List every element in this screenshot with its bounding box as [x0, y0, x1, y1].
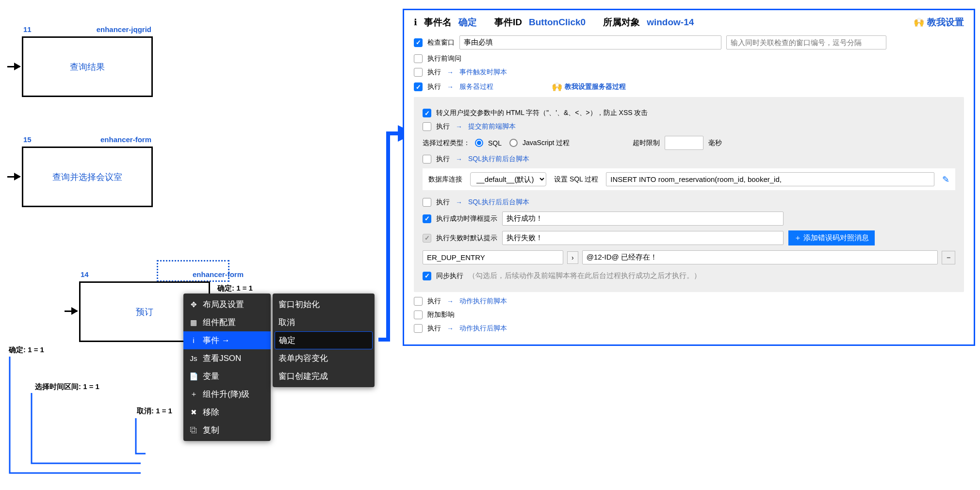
trigger-script-link[interactable]: 事件触发时脚本	[459, 68, 507, 77]
exec-prefix-1: 执行	[427, 68, 441, 77]
event-name-value: 确定	[458, 16, 477, 29]
submenu-form-change[interactable]: 表单内容变化	[273, 349, 375, 367]
fail-prompt-input[interactable]	[502, 231, 784, 245]
arrow-icon: →	[447, 297, 454, 305]
fail-prompt-checkbox[interactable]	[423, 234, 431, 243]
extra-effect-label: 附加影响	[427, 310, 455, 319]
presubmit-script-link[interactable]: 提交前前端脚本	[468, 122, 516, 131]
move-icon: ✥	[189, 300, 198, 309]
sync-exec-note: （勾选后，后续动作及前端脚本将在此后台过程执行成功之后才执行。）	[468, 271, 701, 280]
plus-icon: ＋	[189, 390, 198, 399]
person-icon: 🙌	[552, 82, 562, 92]
check-window-reason-input[interactable]	[459, 35, 721, 49]
ask-before-checkbox[interactable]	[414, 54, 423, 63]
exec-prefix-7: 执行	[427, 324, 441, 333]
post-action-script-link[interactable]: 动作执行后脚本	[459, 324, 507, 333]
arrow-icon: →	[456, 155, 462, 163]
check-window-ids-input[interactable]	[726, 35, 886, 49]
escape-html-label: 转义用户提交参数中的 HTML 字符（"、'、&、<、>），防止 XSS 攻击	[436, 109, 648, 117]
submenu-confirm[interactable]: 确定	[275, 331, 373, 349]
arrow-icon: →	[447, 68, 454, 76]
exec-prefix-2: 执行	[427, 82, 441, 91]
event-id-value: ButtonClick0	[529, 17, 586, 28]
event-name-label: 事件名	[424, 16, 452, 29]
success-prompt-checkbox[interactable]	[423, 214, 431, 223]
exec-prefix-3: 执行	[436, 122, 450, 131]
arrow-icon: →	[456, 198, 462, 206]
server-process-block: 转义用户提交参数中的 HTML 字符（"、'、&、<、>），防止 XSS 攻击 …	[414, 97, 964, 292]
edit-sql-icon[interactable]: ✎	[942, 174, 949, 185]
add-error-button[interactable]: ＋添加错误码对照消息	[788, 230, 875, 245]
success-prompt-input[interactable]	[502, 212, 784, 226]
remove-error-button[interactable]: −	[942, 251, 955, 264]
menu-component[interactable]: ▦组件配置	[183, 313, 271, 331]
teach-settings-link[interactable]: 🙌教我设置	[914, 16, 964, 29]
pre-action-checkbox[interactable]	[414, 297, 423, 306]
grid-icon: ▦	[189, 318, 198, 327]
radio-sql-label: SQL	[488, 139, 502, 147]
teach-server-link[interactable]: 🙌教我设置服务器过程	[552, 82, 626, 92]
file-icon: 📄	[189, 372, 198, 381]
menu-remove[interactable]: ✖移除	[183, 403, 271, 421]
sql-config-row: 数据库连接 __default__(默认) 设置 SQL 过程 ✎	[423, 168, 955, 190]
presubmit-checkbox[interactable]	[423, 122, 431, 131]
check-window-label: 检查窗口	[427, 38, 455, 47]
exec-trigger-checkbox[interactable]	[414, 68, 423, 77]
exec-prefix-5: 执行	[436, 198, 450, 207]
menu-level[interactable]: ＋组件升(降)级	[183, 385, 271, 403]
submenu-window-created[interactable]: 窗口创建完成	[273, 367, 375, 385]
pre-action-script-link[interactable]: 动作执行前脚本	[459, 297, 507, 306]
menu-json[interactable]: Js查看JSON	[183, 349, 271, 367]
remove-icon: ✖	[189, 408, 198, 417]
exec-prefix-4: 执行	[436, 155, 450, 163]
info-icon: ℹ	[414, 17, 417, 28]
error-code-input[interactable]	[423, 250, 563, 264]
radio-js[interactable]	[509, 139, 518, 147]
owner-label: 所属对象	[603, 16, 640, 29]
radio-sql[interactable]	[475, 139, 483, 147]
owner-value: window-14	[647, 17, 694, 28]
set-sql-label: 设置 SQL 过程	[554, 175, 598, 184]
timeout-label: 超时限制	[633, 139, 660, 147]
context-menu[interactable]: ✥布局及设置 ▦组件配置 i事件 → Js查看JSON 📄变量 ＋组件升(降)级…	[183, 294, 271, 441]
success-prompt-label: 执行成功时弹框提示	[436, 214, 497, 223]
arrow-icon: →	[447, 325, 454, 332]
post-action-checkbox[interactable]	[414, 324, 423, 333]
exec-prefix-6: 执行	[427, 297, 441, 306]
menu-events[interactable]: i事件 →	[183, 331, 271, 349]
db-conn-select[interactable]: __default__(默认)	[470, 172, 546, 186]
plus-icon: ＋	[794, 233, 801, 243]
extra-effect-checkbox[interactable]	[414, 310, 423, 319]
error-separator: ›	[567, 251, 578, 264]
person-icon: 🙌	[914, 17, 924, 28]
timeout-unit: 毫秒	[708, 139, 722, 147]
arrow-icon: →	[456, 123, 462, 131]
event-id-label: 事件ID	[494, 16, 522, 29]
submenu-window-init[interactable]: 窗口初始化	[273, 295, 375, 313]
sql-post-checkbox[interactable]	[423, 198, 431, 207]
check-window-checkbox[interactable]	[414, 38, 423, 47]
timeout-input[interactable]	[665, 136, 703, 150]
sql-pre-checkbox[interactable]	[423, 155, 431, 163]
event-settings-panel: ℹ 事件名 确定 事件ID ButtonClick0 所属对象 window-1…	[403, 9, 975, 346]
radio-js-label: JavaScript 过程	[523, 139, 570, 147]
context-submenu[interactable]: 窗口初始化 取消 确定 表单内容变化 窗口创建完成	[273, 294, 375, 387]
sql-pre-script-link[interactable]: SQL执行前后台脚本	[468, 155, 529, 163]
ask-before-label: 执行前询问	[427, 54, 461, 63]
sync-exec-checkbox[interactable]	[423, 272, 431, 280]
menu-copy[interactable]: ⿻复制	[183, 421, 271, 439]
sync-exec-label: 同步执行	[436, 272, 463, 280]
menu-layout[interactable]: ✥布局及设置	[183, 295, 271, 313]
json-icon: Js	[189, 354, 198, 363]
sql-input[interactable]	[606, 172, 934, 186]
error-msg-input[interactable]	[582, 250, 938, 264]
menu-vars[interactable]: 📄变量	[183, 367, 271, 385]
escape-html-checkbox[interactable]	[423, 109, 431, 117]
submenu-cancel[interactable]: 取消	[273, 313, 375, 331]
fail-prompt-label: 执行失败时默认提示	[436, 234, 497, 243]
sql-post-script-link[interactable]: SQL执行后后台脚本	[468, 198, 529, 207]
server-process-link[interactable]: 服务器过程	[459, 82, 493, 91]
proc-type-label: 选择过程类型：	[423, 139, 470, 147]
arrow-icon: →	[447, 83, 454, 91]
exec-server-checkbox[interactable]	[414, 82, 423, 91]
